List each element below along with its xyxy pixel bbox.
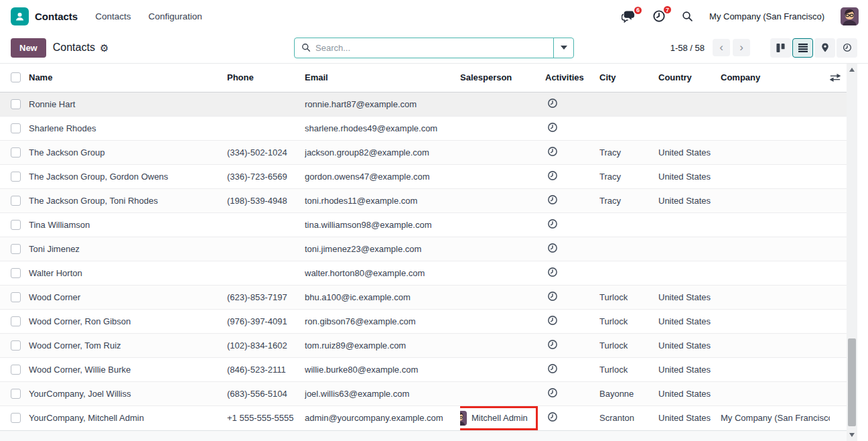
search-input[interactable] [315, 38, 553, 58]
cell-phone: (336)-723-6569 [227, 164, 305, 188]
scrollbar-thumb[interactable] [848, 338, 856, 426]
row-checkbox[interactable] [11, 123, 21, 133]
cell-city: Scranton [591, 405, 650, 430]
activity-clock-icon[interactable] [547, 363, 558, 374]
company-switcher[interactable]: My Company (San Francisco) [709, 11, 824, 21]
search-dropdown-toggle[interactable] [553, 38, 573, 58]
app-title[interactable]: Contacts [35, 11, 78, 22]
activity-clock-icon[interactable] [547, 291, 558, 302]
global-search-button[interactable] [682, 11, 693, 22]
row-checkbox[interactable] [11, 99, 21, 109]
breadcrumb-title[interactable]: Contacts [53, 42, 95, 54]
table-row[interactable]: Walter Horton walter.horton80@example.co… [0, 261, 847, 285]
activity-clock-icon[interactable] [547, 170, 558, 181]
activity-clock-icon[interactable] [547, 98, 558, 109]
activity-clock-icon[interactable] [547, 194, 558, 205]
row-checkbox[interactable] [11, 147, 21, 158]
table-row[interactable]: The Jackson Group, Toni Rhodes (198)-539… [0, 188, 847, 212]
row-checkbox[interactable] [11, 172, 21, 182]
cell-name: YourCompany, Mitchell Admin [29, 405, 227, 430]
table-row[interactable]: Wood Corner, Willie Burke (846)-523-2111… [0, 357, 847, 381]
header-email[interactable]: Email [305, 64, 460, 92]
activity-clock-icon[interactable] [547, 243, 558, 253]
header-country[interactable]: Country [650, 64, 713, 92]
row-checkbox[interactable] [11, 389, 21, 399]
header-activities[interactable]: Activities [538, 64, 591, 92]
row-checkbox[interactable] [11, 268, 21, 278]
messages-button[interactable]: 6 [622, 10, 636, 23]
cell-name: Tina Williamson [29, 212, 227, 237]
activity-view-button[interactable] [837, 38, 857, 58]
scroll-down-arrow-icon[interactable] [849, 433, 855, 437]
header-name[interactable]: Name [29, 64, 227, 92]
cell-country [650, 261, 713, 285]
activity-clock-icon[interactable] [547, 412, 558, 422]
activity-clock-icon[interactable] [547, 315, 558, 326]
kanban-view-button[interactable] [770, 38, 791, 58]
list-view-content: Name Phone Email Salesperson Activities … [0, 64, 868, 441]
cell-name: Sharlene Rhodes [29, 116, 227, 140]
activity-clock-icon[interactable] [547, 146, 558, 157]
cell-company [713, 116, 830, 140]
activity-clock-icon[interactable] [547, 267, 558, 277]
row-checkbox[interactable] [11, 316, 21, 326]
action-menu-gear-icon[interactable]: ⚙ [100, 43, 108, 53]
menu-configuration[interactable]: Configuration [148, 11, 202, 21]
cell-country: United States [650, 381, 713, 405]
table-row[interactable]: YourCompany, Mitchell Admin +1 555-555-5… [0, 405, 847, 430]
activity-clock-icon[interactable] [547, 339, 558, 350]
table-row[interactable]: The Jackson Group, Gordon Owens (336)-72… [0, 164, 847, 188]
optional-columns-icon[interactable] [830, 73, 847, 82]
header-phone[interactable]: Phone [227, 64, 305, 92]
vertical-scrollbar[interactable] [847, 64, 857, 441]
list-view-button[interactable] [792, 38, 813, 58]
table-row[interactable]: Tina Williamson tina.williamson98@exampl… [0, 212, 847, 237]
activity-clock-icon[interactable] [547, 122, 558, 133]
cell-company [713, 333, 830, 357]
cell-city: Turlock [591, 357, 650, 381]
table-row[interactable]: Ronnie Hart ronnie.hart87@example.com [0, 92, 847, 116]
table-row[interactable]: The Jackson Group (334)-502-1024 jackson… [0, 140, 847, 164]
cell-name: The Jackson Group, Gordon Owens [29, 164, 227, 188]
search-icon [682, 11, 693, 22]
contacts-app-icon[interactable] [11, 7, 29, 25]
new-button[interactable]: New [11, 38, 46, 58]
table-row[interactable]: Toni Jimenez toni.jimenez23@example.com [0, 237, 847, 261]
activities-button[interactable]: 7 [652, 9, 666, 23]
scroll-up-arrow-icon[interactable] [849, 68, 855, 72]
row-checkbox[interactable] [11, 292, 21, 302]
select-all-checkbox[interactable] [11, 72, 21, 82]
table-row[interactable]: Wood Corner, Ron Gibson (976)-397-4091 r… [0, 309, 847, 333]
map-view-button[interactable] [814, 38, 835, 58]
menu-contacts[interactable]: Contacts [95, 11, 131, 21]
table-row[interactable]: Wood Corner, Tom Ruiz (102)-834-1602 tom… [0, 333, 847, 357]
search-icon [301, 43, 311, 52]
cell-country: United States [650, 357, 713, 381]
cell-company [713, 92, 830, 116]
cell-country [650, 92, 713, 116]
table-row[interactable]: YourCompany, Joel Williss (683)-556-5104… [0, 381, 847, 405]
salesperson-badge[interactable]: Mitchell Admin [460, 406, 538, 430]
table-row[interactable]: Sharlene Rhodes sharlene.rhodes49@exampl… [0, 116, 847, 140]
pager-next-button[interactable]: › [733, 39, 750, 56]
row-checkbox[interactable] [11, 220, 21, 230]
activity-clock-icon[interactable] [547, 218, 558, 229]
table-row[interactable]: Wood Corner (623)-853-7197 bhu.a100@ic.e… [0, 285, 847, 309]
row-checkbox[interactable] [11, 365, 21, 375]
header-salesperson[interactable]: Salesperson [460, 64, 538, 92]
activity-clock-icon[interactable] [547, 387, 558, 398]
header-city[interactable]: City [591, 64, 650, 92]
cell-phone: +1 555-555-5555 [227, 405, 305, 430]
header-company[interactable]: Company [713, 64, 830, 92]
cell-city [591, 116, 650, 140]
row-checkbox[interactable] [11, 340, 21, 351]
cell-email: sharlene.rhodes49@example.com [305, 116, 460, 140]
pager-previous-button[interactable]: ‹ [713, 39, 730, 56]
row-checkbox[interactable] [11, 244, 21, 254]
row-checkbox[interactable] [11, 413, 21, 423]
cell-email: jackson.group82@example.com [305, 140, 460, 164]
cell-phone: (976)-397-4091 [227, 309, 305, 333]
user-avatar[interactable] [841, 7, 859, 25]
cell-name: The Jackson Group [29, 140, 227, 164]
row-checkbox[interactable] [11, 196, 21, 206]
